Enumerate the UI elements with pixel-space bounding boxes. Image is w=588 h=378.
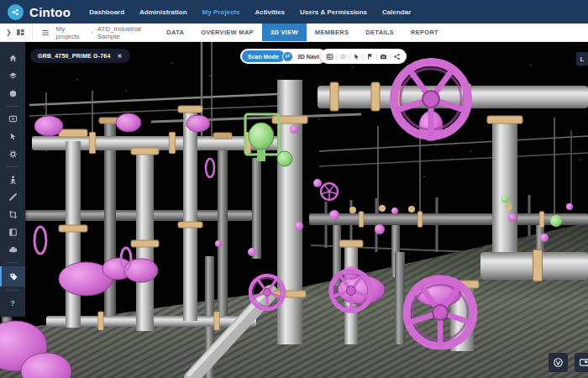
- viewer-toolbar: [320, 49, 407, 64]
- layers-panel-button[interactable]: L: [576, 52, 588, 66]
- brand-logo[interactable]: Cintoo: [8, 4, 71, 20]
- flag-icon: [366, 53, 374, 60]
- mode-toggle: Scan Mode ⇄ 3D Navi: [240, 49, 327, 64]
- sidebar-item-layers[interactable]: [0, 67, 25, 85]
- share-button[interactable]: [391, 49, 403, 64]
- sidebar-item-measure[interactable]: [0, 188, 25, 206]
- sidebar-item-pointcloud[interactable]: [0, 85, 25, 102]
- cursor-icon: [353, 53, 360, 60]
- project-tabs: DATA OVERVIEW MAP 3D VIEW MEMBERS DETAIL…: [158, 24, 447, 41]
- scan-mode-button[interactable]: Scan Mode: [242, 50, 285, 62]
- share-icon: [393, 53, 401, 60]
- sidebar-item-cloud[interactable]: [0, 241, 25, 259]
- fullscreen-button[interactable]: [575, 353, 588, 372]
- breadcrumb-separator: ›: [91, 29, 93, 36]
- breadcrumb-root[interactable]: My projects: [56, 25, 87, 40]
- layers-icon: [8, 71, 18, 81]
- sphere-icon: [8, 89, 18, 98]
- menu-icon[interactable]: [41, 29, 50, 37]
- grid-icon: [326, 53, 333, 60]
- sub-bar: ❯ My projects › ATD_Industrial Sample DA…: [0, 24, 588, 42]
- panel-icon: [8, 228, 18, 237]
- sidebar-item-tags[interactable]: [0, 266, 25, 286]
- home-icon: [8, 54, 18, 63]
- tag-chip-label: GRB_4750_PRIME G-764: [38, 53, 110, 59]
- nav-item-activities[interactable]: Activities: [255, 8, 285, 16]
- nav-item-administration[interactable]: Administration: [139, 8, 186, 16]
- tab-overview-map[interactable]: OVERVIEW MAP: [192, 24, 262, 41]
- panes-icon[interactable]: [16, 28, 25, 37]
- 3d-viewport-canvas[interactable]: [0, 42, 588, 378]
- crop-icon: [8, 210, 18, 219]
- main-nav: Dashboard Administration My Projects Act…: [89, 8, 411, 16]
- divider: [32, 24, 33, 41]
- collapse-chevron-icon[interactable]: ❯: [6, 29, 12, 36]
- divider: [6, 262, 19, 263]
- pointer-icon: [8, 132, 18, 141]
- breadcrumb-current: ATD_Industrial Sample: [97, 25, 159, 40]
- breadcrumb: ❯ My projects › ATD_Industrial Sample: [0, 24, 158, 41]
- screen-icon: [8, 114, 18, 123]
- gear-icon: [339, 53, 347, 60]
- viewport-3d: ? GRB_4750_PRIME G-764 ✕ Scan Mode ⇄ 3D …: [0, 42, 588, 378]
- tab-3d-view[interactable]: 3D VIEW: [262, 24, 307, 41]
- nav-item-calendar[interactable]: Calendar: [382, 8, 411, 16]
- tab-details[interactable]: DETAILS: [357, 24, 402, 41]
- nav-item-my-projects[interactable]: My Projects: [202, 8, 240, 16]
- flag-button[interactable]: [364, 49, 376, 64]
- tab-members[interactable]: MEMBERS: [307, 24, 357, 41]
- tab-data[interactable]: DATA: [158, 24, 192, 41]
- brand-name: Cintoo: [29, 5, 71, 19]
- measure-icon: [8, 192, 18, 202]
- cintoo-logo-icon: [8, 4, 24, 20]
- top-navbar: Cintoo Dashboard Administration My Proje…: [0, 0, 588, 24]
- sidebar-item-help[interactable]: ?: [0, 294, 25, 312]
- close-icon[interactable]: ✕: [117, 53, 122, 60]
- settings-button[interactable]: [337, 49, 349, 64]
- snapshot-button[interactable]: [377, 49, 390, 64]
- nav-item-dashboard[interactable]: Dashboard: [89, 8, 124, 16]
- camera-icon: [380, 53, 387, 60]
- tab-report[interactable]: REPORT: [402, 24, 447, 41]
- sidebar-item-settings[interactable]: [0, 145, 25, 163]
- navigation-globe-button[interactable]: [549, 353, 568, 372]
- sidebar-item-views[interactable]: [0, 110, 25, 128]
- sidebar-item-notes[interactable]: [0, 223, 25, 241]
- help-icon: ?: [10, 299, 15, 307]
- divider: [6, 290, 19, 291]
- tag-chip[interactable]: GRB_4750_PRIME G-764 ✕: [30, 49, 130, 63]
- globe-icon: [553, 357, 564, 368]
- divider: [6, 166, 19, 167]
- divider: [6, 106, 19, 107]
- viewer-sidebar: ?: [0, 42, 25, 317]
- sidebar-item-walkthrough[interactable]: [0, 171, 25, 188]
- cloud-icon: [8, 245, 18, 255]
- gear-icon: [8, 150, 18, 159]
- select-button[interactable]: [350, 49, 363, 64]
- nav-item-users-permissions[interactable]: Users & Permissions: [300, 8, 367, 16]
- tag-icon: [9, 272, 18, 281]
- sidebar-item-select[interactable]: [0, 128, 25, 145]
- pegman-icon: [8, 175, 18, 184]
- swap-icon[interactable]: ⇄: [282, 51, 293, 62]
- sidebar-item-home[interactable]: [0, 50, 25, 67]
- sidebar-item-crop[interactable]: [0, 206, 25, 223]
- grid-button[interactable]: [323, 49, 336, 64]
- screen-icon: [579, 357, 588, 368]
